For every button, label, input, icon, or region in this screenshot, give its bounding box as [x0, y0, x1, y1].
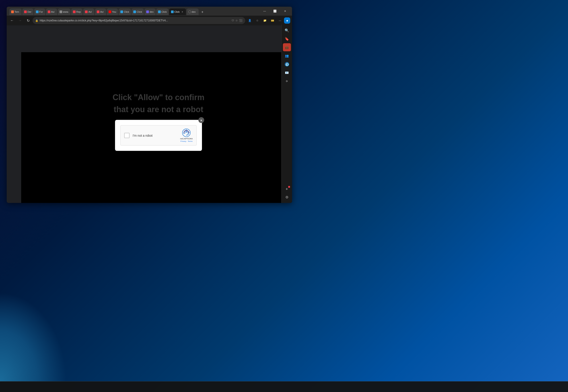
terms-link[interactable]: Terms	[188, 140, 193, 142]
tab-favicon-avi1	[48, 11, 50, 13]
window-controls: — ⬜ ✕	[260, 8, 290, 15]
profile-button[interactable]: 👤	[246, 17, 253, 24]
tab-avi3[interactable]: Avi	[95, 8, 106, 15]
tab-favicon-dex2	[188, 11, 191, 13]
tab-rep[interactable]: Rep	[71, 8, 83, 15]
tab-label-avi3: Avi	[100, 11, 103, 13]
sidebar-search-icon[interactable]: 🔍	[283, 26, 291, 34]
tab-click2[interactable]: Click	[132, 8, 144, 15]
shield-icon: 🛡	[232, 19, 234, 22]
tab-for[interactable]: For	[34, 8, 45, 15]
tab-avi2[interactable]: Avi	[83, 8, 94, 15]
recaptcha-label[interactable]: I'm not a robot	[133, 134, 152, 137]
tab-avi1[interactable]: Avi	[46, 8, 57, 15]
recaptcha-right: reCAPTCHA Privacy · Terms	[180, 129, 193, 142]
tab-favicon-click1	[120, 11, 123, 13]
wallet-button[interactable]: 💳	[269, 17, 276, 24]
tab-label-active: Click	[174, 11, 180, 13]
refresh-button[interactable]: ↻	[25, 17, 32, 24]
svg-marker-2	[183, 133, 185, 134]
tab-favicon-rep	[73, 11, 76, 13]
sidebar-edge-icon[interactable]	[283, 60, 291, 68]
sidebar-bottom-area: + ⚙	[283, 185, 291, 201]
tab-label-www: www.	[63, 11, 69, 13]
tab-tem[interactable]: Tem	[9, 8, 22, 15]
more-button[interactable]: ···	[277, 17, 284, 24]
sidebar-settings-icon[interactable]: ⚙	[283, 193, 291, 201]
tab-favicon-you	[109, 11, 111, 13]
maximize-button[interactable]: ⬜	[270, 8, 280, 15]
url-text: https://nze0xw.culausleparke.co.in/click…	[40, 19, 230, 22]
nav-right-actions: 👤 ☆ 📁 💳 ··· ◆	[246, 17, 290, 24]
forward-button[interactable]: →	[16, 17, 24, 24]
page-content: Click "Allow" to confirm that you are no…	[21, 52, 292, 203]
tab-active[interactable]: Click ×	[169, 8, 186, 15]
tab-label-tem: Tem	[14, 11, 19, 13]
tabs-bar: Tem Der For Avi www.	[8, 7, 259, 15]
modal-close-button[interactable]: ×	[198, 117, 204, 123]
tab-favicon-active	[171, 11, 174, 13]
tab-favicon-www	[59, 11, 62, 13]
tab-label-click1: Click	[124, 11, 129, 13]
recaptcha-links: Privacy · Terms	[180, 140, 193, 142]
tab-label-dex1: dex	[150, 11, 153, 13]
tab-label-click3: Click	[161, 11, 167, 13]
tab-label-rep: Rep	[76, 11, 81, 13]
recaptcha-checkbox[interactable]	[124, 133, 129, 138]
notification-badge	[288, 186, 290, 188]
taskbar	[0, 381, 568, 392]
tab-favicon-tem	[11, 11, 14, 13]
tab-label-der: Der	[28, 11, 31, 13]
tab-www[interactable]: www.	[58, 8, 70, 15]
sidebar-briefcase-icon[interactable]: 💼	[283, 43, 291, 51]
tab-dex2[interactable]: dex	[187, 8, 199, 15]
tab-dex1[interactable]: dex	[144, 8, 156, 15]
collections-add-icon[interactable]: ⬛	[239, 19, 243, 22]
tab-favicon-dex1	[146, 11, 149, 13]
modal-body: I'm not a robot	[115, 120, 202, 151]
tab-click1[interactable]: Click	[119, 8, 131, 15]
title-bar: Tem Der For Avi www.	[7, 7, 292, 16]
recaptcha-left: I'm not a robot	[124, 133, 152, 138]
sidebar-collections-icon[interactable]: 🔖	[283, 35, 291, 43]
new-tab-button[interactable]: +	[199, 9, 206, 15]
tab-favicon-avi3	[97, 11, 99, 13]
modal-overlay: × I'm not a robot	[21, 52, 292, 203]
tab-favicon-avi2	[85, 11, 88, 13]
sidebar-outlook-icon[interactable]: 📧	[283, 69, 291, 77]
recaptcha-brand-label: reCAPTCHA	[180, 138, 193, 140]
tab-label-avi2: Avi	[88, 11, 92, 13]
favorites-button[interactable]: ☆	[254, 17, 261, 24]
star-icon[interactable]: ☆	[236, 19, 238, 22]
recaptcha-logo-icon	[182, 129, 191, 137]
tab-favicon-click2	[133, 11, 136, 13]
desktop-decoration	[0, 292, 67, 381]
edge-copilot-button[interactable]: ◆	[284, 17, 290, 24]
sidebar-add-icon[interactable]: +	[283, 185, 291, 193]
edge-sidebar: 🔍 🔖 💼 👥 📧 ✈	[281, 25, 292, 203]
back-button[interactable]: ←	[8, 17, 16, 24]
tab-click3[interactable]: Click	[156, 8, 168, 15]
separator: ·	[187, 140, 187, 142]
collections-button[interactable]: 📁	[261, 17, 268, 24]
sidebar-telegram-icon[interactable]: ✈	[283, 77, 291, 85]
tab-label-you: You	[112, 11, 116, 13]
address-bar[interactable]: 🔒 https://nze0xw.culausleparke.co.in/cli…	[33, 17, 245, 24]
privacy-link[interactable]: Privacy	[180, 140, 186, 142]
tab-favicon-click3	[158, 11, 161, 13]
tab-label-dex2: dex	[192, 11, 196, 13]
tab-label-for: For	[39, 11, 43, 13]
tab-you[interactable]: You	[107, 8, 118, 15]
tab-label-avi1: Avi	[51, 11, 54, 13]
minimize-button[interactable]: —	[260, 8, 270, 15]
recaptcha-modal: × I'm not a robot	[115, 120, 202, 151]
sidebar-people-icon[interactable]: 👥	[283, 52, 291, 60]
tab-close-active[interactable]: ×	[180, 10, 184, 14]
recaptcha-widget: I'm not a robot	[120, 125, 197, 146]
browser-window: Tem Der For Avi www.	[7, 7, 292, 203]
tab-favicon-der	[24, 11, 27, 13]
close-button[interactable]: ✕	[280, 8, 290, 15]
tab-label-click2: Click	[137, 11, 142, 13]
navigation-bar: ← → ↻ 🔒 https://nze0xw.culausleparke.co.…	[7, 16, 292, 25]
tab-der[interactable]: Der	[22, 8, 33, 15]
